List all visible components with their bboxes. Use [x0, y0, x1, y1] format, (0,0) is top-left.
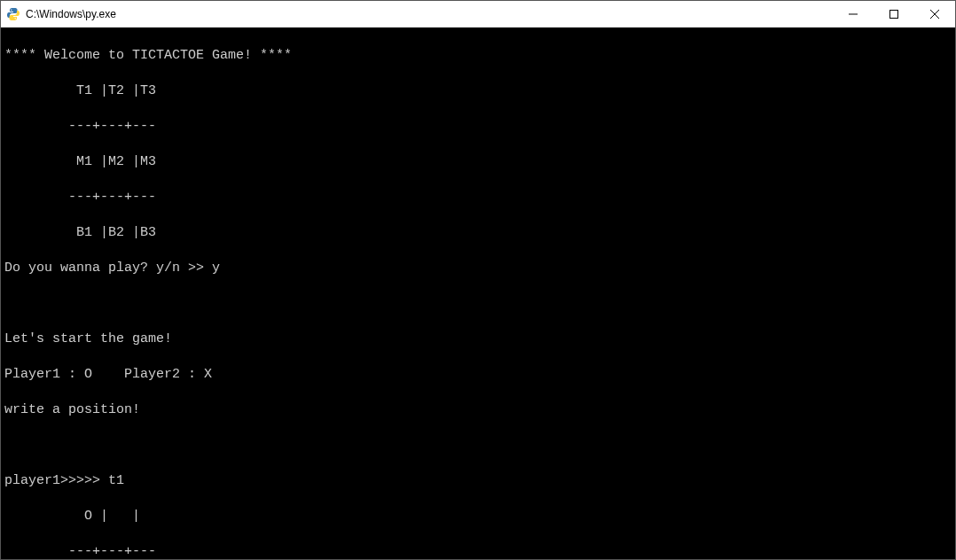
close-button[interactable] — [914, 1, 955, 27]
maximize-button[interactable] — [874, 1, 914, 27]
terminal-line: ---+---+--- — [4, 189, 952, 206]
titlebar[interactable]: C:\Windows\py.exe — [1, 1, 955, 27]
window-controls — [833, 1, 955, 27]
python-icon — [6, 7, 20, 21]
terminal-output[interactable]: **** Welcome to TICTACTOE Game! **** T1 … — [1, 27, 955, 559]
window-title: C:\Windows\py.exe — [26, 8, 116, 20]
terminal-line — [4, 295, 952, 313]
terminal-line: B1 |B2 |B3 — [4, 224, 952, 242]
terminal-line: T1 |T2 |T3 — [4, 82, 952, 100]
terminal-line: Player1 : O Player2 : X — [4, 366, 952, 384]
terminal-line: player1>>>>> t1 — [4, 472, 952, 490]
terminal-line: write a position! — [4, 401, 952, 419]
terminal-line: ---+---+--- — [4, 543, 952, 559]
terminal-line: Do you wanna play? y/n >> y — [4, 260, 952, 277]
terminal-line: ---+---+--- — [4, 118, 952, 136]
svg-rect-0 — [890, 11, 898, 19]
console-window: C:\Windows\py.exe **** Welcome to TICTAC… — [0, 0, 956, 560]
terminal-line: O | | — [4, 508, 952, 525]
terminal-line — [4, 437, 952, 455]
minimize-button[interactable] — [833, 1, 874, 27]
terminal-line: M1 |M2 |M3 — [4, 153, 952, 171]
terminal-line: **** Welcome to TICTACTOE Game! **** — [4, 47, 952, 65]
terminal-line: Let's start the game! — [4, 331, 952, 348]
